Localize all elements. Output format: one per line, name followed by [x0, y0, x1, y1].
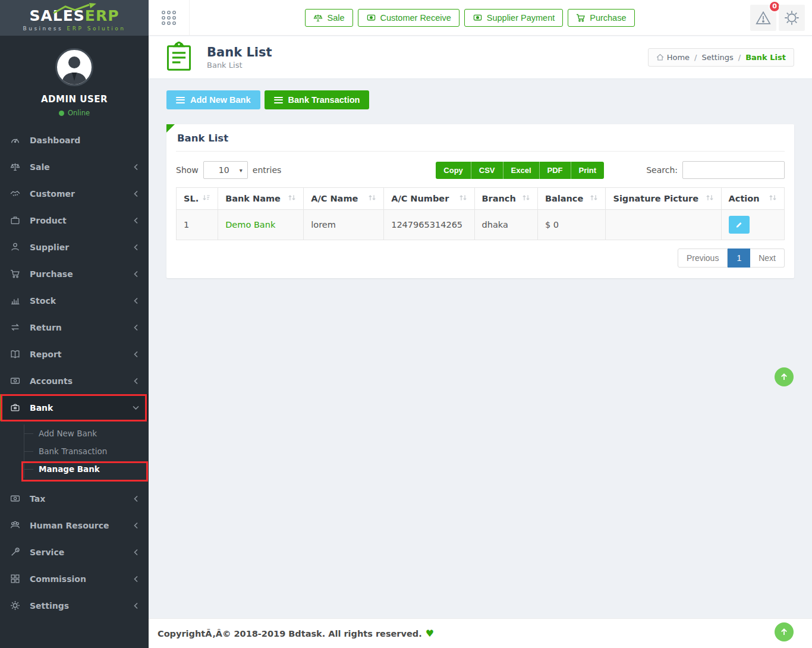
button-label: Supplier Payment	[487, 13, 555, 23]
scales-icon	[313, 13, 323, 23]
book-icon	[10, 349, 21, 359]
add-new-bank-button[interactable]: Add New Bank	[166, 90, 260, 109]
sidebar-item-human-resource[interactable]: Human Resource	[0, 512, 149, 539]
breadcrumb: Home / Settings / Bank List	[648, 48, 794, 67]
sidebar-item-product[interactable]: Product	[0, 207, 149, 234]
money-icon	[473, 13, 483, 22]
search-input[interactable]	[682, 161, 785, 179]
sidebar-item-dashboard[interactable]: Dashboard	[0, 127, 149, 153]
excel-button[interactable]: Excel	[503, 162, 540, 179]
cell-signature	[606, 210, 721, 240]
user-name: ADMIN USER	[0, 94, 149, 105]
topbar-icons: 0	[750, 5, 805, 31]
submenu-item-add-new-bank[interactable]: Add New Bank	[24, 424, 149, 442]
sidebar-item-stock[interactable]: Stock	[0, 287, 149, 314]
breadcrumb-settings[interactable]: Settings	[701, 53, 733, 62]
sidebar-item-purchase[interactable]: Purchase	[0, 260, 149, 287]
bank-table: SL. Bank Name A/C Name A/C Number Branch…	[176, 187, 785, 240]
column-header-bank-name[interactable]: Bank Name	[218, 188, 304, 210]
column-header-sl[interactable]: SL.	[177, 188, 218, 210]
button-label: Purchase	[590, 13, 626, 23]
bank-name-link[interactable]: Demo Bank	[225, 220, 275, 229]
sidebar-item-label: Bank	[30, 403, 133, 413]
apps-grid-button[interactable]	[149, 0, 190, 35]
column-header-action[interactable]: Action	[721, 188, 784, 210]
brand-tagline: Business ERP Solution	[23, 26, 126, 32]
sort-both-icon	[590, 194, 598, 203]
sidebar-item-supplier[interactable]: Supplier	[0, 234, 149, 260]
next-page-button[interactable]: Next	[750, 248, 785, 268]
button-label: Sale	[327, 13, 344, 23]
sidebar-item-settings[interactable]: Settings	[0, 592, 149, 619]
sidebar-item-return[interactable]: Return	[0, 314, 149, 341]
bank-transaction-button[interactable]: Bank Transaction	[265, 90, 370, 109]
sort-both-icon	[706, 194, 714, 203]
cell-sl: 1	[177, 210, 218, 240]
previous-page-button[interactable]: Previous	[678, 248, 728, 268]
scroll-top-button[interactable]	[775, 622, 794, 641]
wrench-icon	[10, 547, 21, 557]
sidebar-item-tax[interactable]: Tax	[0, 485, 149, 512]
card-title: Bank List	[176, 124, 785, 152]
page-1-button[interactable]: 1	[728, 248, 750, 268]
sale-button[interactable]: Sale	[305, 9, 353, 27]
entries-label: entries	[253, 165, 282, 175]
breadcrumb-home[interactable]: Home	[656, 53, 690, 62]
sidebar-item-sale[interactable]: Sale	[0, 153, 149, 180]
cell-branch: dhaka	[474, 210, 537, 240]
brand-logo[interactable]: SALESERP Business ERP Solution	[0, 0, 149, 36]
sidebar-item-bank[interactable]: Bank	[0, 394, 149, 421]
column-header-ac-number[interactable]: A/C Number	[384, 188, 474, 210]
sidebar-item-commission[interactable]: Commission	[0, 565, 149, 592]
submenu-item-manage-bank[interactable]: Manage Bank	[24, 460, 149, 478]
settings-gear-button[interactable]	[779, 5, 805, 31]
table-controls: Show 10 ▾ entries Copy CSV Excel PDF Pri…	[176, 161, 785, 179]
quick-actions: Sale Customer Receive Supplier Payment P…	[305, 9, 634, 27]
pagination: Previous 1 Next	[176, 248, 785, 268]
csv-button[interactable]: CSV	[471, 162, 503, 179]
bank-submenu: Add New Bank Bank Transaction Manage Ban…	[0, 421, 149, 485]
alerts-button[interactable]: 0	[750, 5, 776, 31]
button-label: Customer Receive	[380, 13, 451, 23]
clipboard-icon	[166, 42, 191, 74]
submenu-label: Bank Transaction	[39, 446, 107, 456]
chevron-left-icon	[133, 602, 139, 609]
column-header-signature-picture[interactable]: Signature Picture	[606, 188, 721, 210]
edit-button[interactable]	[729, 216, 750, 234]
gear-icon	[784, 10, 800, 26]
chevron-left-icon	[133, 575, 139, 583]
pdf-button[interactable]: PDF	[540, 162, 571, 179]
sidebar-item-service[interactable]: Service	[0, 539, 149, 565]
sidebar-item-label: Purchase	[30, 269, 133, 279]
column-header-ac-name[interactable]: A/C Name	[304, 188, 384, 210]
column-header-branch[interactable]: Branch	[474, 188, 537, 210]
submenu-item-bank-transaction[interactable]: Bank Transaction	[24, 442, 149, 460]
user-status: Online	[0, 109, 149, 117]
column-header-balance[interactable]: Balance	[537, 188, 606, 210]
sort-both-icon	[459, 194, 467, 203]
chevron-down-icon	[133, 404, 139, 411]
sidebar-item-label: Service	[30, 548, 133, 557]
copy-button[interactable]: Copy	[436, 162, 471, 179]
bank-list-card: Bank List Show 10 ▾ entries Copy CSV Exc…	[166, 124, 794, 278]
sidebar-item-customer[interactable]: Customer	[0, 180, 149, 207]
briefcase-icon	[10, 215, 21, 225]
customer-receive-button[interactable]: Customer Receive	[358, 9, 459, 27]
user-profile: ADMIN USER Online	[0, 36, 149, 127]
submenu-label: Manage Bank	[39, 464, 100, 474]
sidebar-item-report[interactable]: Report	[0, 341, 149, 367]
purchase-button[interactable]: Purchase	[568, 9, 634, 27]
avatar[interactable]	[55, 48, 93, 86]
chevron-left-icon	[133, 190, 139, 197]
page-length-select[interactable]: 10 ▾	[203, 161, 248, 179]
print-button[interactable]: Print	[571, 162, 605, 179]
breadcrumb-current: Bank List	[745, 53, 786, 62]
chevron-left-icon	[133, 495, 139, 502]
home-icon	[656, 54, 664, 61]
scroll-top-button[interactable]	[775, 367, 794, 386]
handshake-icon	[10, 188, 21, 199]
sidebar-item-accounts[interactable]: Accounts	[0, 367, 149, 394]
sidebar-item-label: Return	[30, 323, 133, 332]
supplier-payment-button[interactable]: Supplier Payment	[464, 9, 563, 27]
topbar: Sale Customer Receive Supplier Payment P…	[149, 0, 812, 36]
